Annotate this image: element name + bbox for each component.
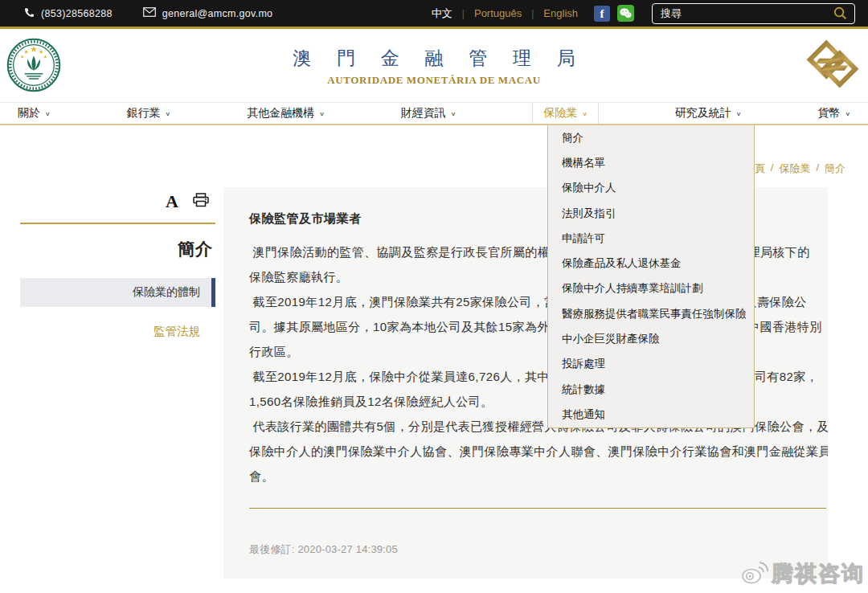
insurance-dropdown-menu: 簡介 機構名單 保險中介人 法則及指引 申請許可 保險產品及私人退休基金 保險中…	[547, 125, 755, 428]
site-title-zh: 澳 門 金 融 管 理 局	[10, 46, 868, 71]
sidebar-item-insurance-system[interactable]: 保險業的體制	[20, 278, 215, 307]
lang-separator: |	[531, 8, 534, 19]
search-icon[interactable]	[833, 6, 847, 20]
chevron-down-icon: ∨	[736, 110, 742, 117]
printer-icon	[193, 193, 209, 211]
amcm-mark-logo	[805, 39, 860, 92]
sidebar-section-title: 簡介	[20, 238, 215, 260]
nav-item-label: 其他金融機構	[247, 106, 314, 121]
search-box	[652, 3, 855, 24]
chevron-down-icon: ∨	[166, 110, 171, 117]
breadcrumb-separator: /	[771, 162, 774, 176]
dropdown-item-other-notices[interactable]: 其他通知	[548, 402, 754, 427]
email-address: general@amcm.gov.mo	[162, 8, 273, 19]
topbar: (853)28568288 general@amcm.gov.mo 中文 | P…	[0, 0, 868, 29]
lang-separator: |	[462, 8, 465, 19]
chevron-down-icon: ∨	[582, 110, 588, 117]
phone-contact: (853)28568288	[24, 7, 113, 20]
dropdown-item-products-pension-funds[interactable]: 保險產品及私人退休基金	[548, 251, 754, 276]
phone-number: (853)28568288	[41, 8, 113, 19]
content-divider	[249, 508, 826, 509]
page: (853)28568288 general@amcm.gov.mo 中文 | P…	[0, 0, 868, 593]
nav-item-other-financial-institutions[interactable]: 其他金融機構 ∨	[247, 103, 325, 124]
site-title-pt: AUTORIDADE MONETÁRIA DE MACAU	[0, 74, 868, 87]
nav-item-financial-info[interactable]: 財經資訊 ∨	[401, 103, 457, 124]
nav-item-label: 研究及統計	[675, 106, 731, 121]
nav-item-currency[interactable]: 貨幣 ∨	[817, 103, 850, 124]
nav-item-about[interactable]: 關於 ∨	[18, 103, 51, 124]
dropdown-item-application-license[interactable]: 申請許可	[548, 226, 754, 251]
font-size-button[interactable]: A	[166, 193, 178, 211]
dropdown-item-sme-catastrophe-insurance[interactable]: 中小企巨災財產保險	[548, 326, 754, 351]
nav-item-insurance[interactable]: 保險業 ∨	[532, 103, 599, 124]
dropdown-item-institution-list[interactable]: 機構名單	[548, 150, 754, 175]
lang-option-zh[interactable]: 中文	[432, 6, 452, 21]
breadcrumb-current: 簡介	[825, 162, 845, 176]
nav-item-label: 銀行業	[127, 106, 161, 121]
sidebar-tools: A	[20, 191, 215, 212]
nav-item-label: 保險業	[543, 106, 577, 121]
nav-item-research-statistics[interactable]: 研究及統計 ∨	[675, 103, 742, 124]
facebook-icon[interactable]: f	[594, 6, 610, 22]
nav-item-label: 關於	[18, 106, 40, 121]
lang-option-en[interactable]: English	[543, 7, 578, 19]
lang-option-pt[interactable]: Português	[474, 7, 522, 19]
search-input[interactable]	[661, 7, 833, 19]
dropdown-item-cpd-program[interactable]: 保險中介人持續專業培訓計劃	[548, 276, 754, 301]
phone-icon	[24, 7, 35, 20]
nav-item-label: 財經資訊	[401, 106, 446, 121]
social-links: f	[594, 5, 634, 22]
dropdown-item-complaints-handling[interactable]: 投訴處理	[548, 352, 754, 377]
paragraph-line: 會。	[249, 464, 828, 489]
dropdown-item-intro[interactable]: 簡介	[548, 125, 754, 150]
header: 澳 門 金 融 管 理 局 AUTORIDADE MONETÁRIA DE MA…	[0, 31, 868, 102]
sidebar: A 簡介 保險業的體制 監管法規	[20, 191, 215, 339]
wechat-icon[interactable]	[617, 5, 634, 22]
dropdown-item-medical-liability-insurance[interactable]: 醫療服務提供者職業民事責任強制保險	[548, 301, 754, 326]
breadcrumb-insurance[interactable]: 保險業	[779, 162, 810, 176]
topbar-tools: 中文 | Português | English f	[432, 3, 855, 24]
dropdown-item-statistics[interactable]: 統計數據	[548, 377, 754, 402]
nav-item-banking[interactable]: 銀行業 ∨	[127, 103, 171, 124]
paragraph-line: 保險中介人的澳門保險業中介人協會、澳門保險專業中介人聯會、澳門保險中介行業協會和…	[249, 439, 828, 464]
breadcrumb-separator: /	[816, 162, 819, 176]
chevron-down-icon: ∨	[451, 110, 457, 117]
sidebar-divider	[20, 223, 215, 224]
sidebar-item-regulations[interactable]: 監管法規	[20, 324, 215, 339]
email-link[interactable]: general@amcm.gov.mo	[143, 7, 273, 19]
last-modified: 最後修訂: 2020-03-27 14:39:05	[249, 542, 828, 557]
email-icon	[143, 7, 156, 19]
chevron-down-icon: ∨	[45, 110, 51, 117]
breadcrumb: 主頁 / 保險業 / 簡介	[744, 162, 845, 176]
print-button[interactable]	[193, 193, 209, 211]
dropdown-item-insurance-intermediaries[interactable]: 保險中介人	[548, 176, 754, 201]
topbar-contact: (853)28568288 general@amcm.gov.mo	[24, 7, 272, 20]
nav-item-label: 貨幣	[817, 106, 840, 121]
chevron-down-icon: ∨	[845, 110, 850, 117]
site-title: 澳 門 金 融 管 理 局 AUTORIDADE MONETÁRIA DE MA…	[0, 46, 868, 87]
main-nav: 關於 ∨ 銀行業 ∨ 其他金融機構 ∨ 財經資訊 ∨ 保險業 ∨ 研究及統計 ∨…	[0, 102, 868, 125]
chevron-down-icon: ∨	[319, 110, 325, 117]
dropdown-item-rules-guidelines[interactable]: 法則及指引	[548, 201, 754, 226]
